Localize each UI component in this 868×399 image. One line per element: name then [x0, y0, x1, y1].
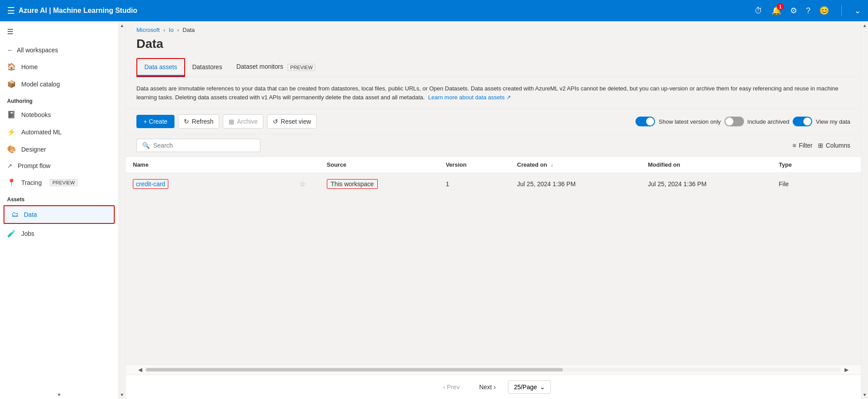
- show-latest-toggle[interactable]: [636, 117, 655, 126]
- breadcrumb-io[interactable]: Io: [169, 27, 174, 33]
- col-header-type: Type: [772, 157, 861, 173]
- sidebar-nav: 🏠 Home 📦 Model catalog Authoring 📓 Noteb…: [0, 58, 118, 391]
- collapse-icon[interactable]: ⌄: [854, 6, 861, 16]
- archive-button[interactable]: ▦ Archive: [223, 114, 264, 129]
- data-table: Name Source Version Created on: [126, 157, 861, 196]
- sidebar-outer: ☰ ← All workspaces 🏠 Home 📦 Model catalo…: [0, 21, 126, 399]
- history-icon[interactable]: ⏱: [755, 6, 763, 16]
- table-row: credit-card ☆ This workspace 1 Jul 25, 2…: [126, 173, 861, 196]
- horizontal-scrollbar[interactable]: [146, 368, 841, 372]
- page-size-select[interactable]: 25/Page ⌄: [508, 380, 550, 394]
- search-section: 🔍 ≡ Filter ⊞ Columns: [126, 134, 861, 157]
- user-icon[interactable]: 😊: [819, 6, 829, 16]
- jobs-icon: 🧪: [7, 229, 16, 238]
- home-icon: 🏠: [7, 63, 16, 71]
- back-to-workspaces[interactable]: ← All workspaces: [0, 42, 118, 58]
- search-icon: 🔍: [142, 142, 150, 149]
- sidebar-item-automated-ml[interactable]: ⚡ Automated ML: [0, 123, 118, 141]
- sidebar: ☰ ← All workspaces 🏠 Home 📦 Model catalo…: [0, 21, 119, 399]
- sidebar-item-notebooks[interactable]: 📓 Notebooks: [0, 106, 118, 123]
- scroll-up-arrow[interactable]: ▲: [863, 23, 867, 28]
- view-my-data-toggle[interactable]: [793, 117, 812, 126]
- table-container: Name Source Version Created on: [126, 157, 861, 364]
- tab-dataset-monitors[interactable]: Dataset monitors PREVIEW: [229, 59, 322, 76]
- breadcrumb-data: Data: [182, 27, 194, 33]
- sidebar-item-jobs[interactable]: 🧪 Jobs: [0, 225, 118, 242]
- top-navigation: ☰ Azure AI | Machine Learning Studio ⏱ 🔔…: [0, 0, 868, 21]
- prev-chevron-icon: ‹: [443, 383, 445, 391]
- hamburger-icon[interactable]: ☰: [7, 5, 15, 16]
- data-assets-tab-wrapper: Data assets: [136, 58, 185, 77]
- refresh-button[interactable]: ↻ Refresh: [178, 114, 219, 129]
- sidebar-label-automated-ml: Automated ML: [21, 129, 62, 136]
- search-input[interactable]: [153, 142, 255, 149]
- settings-icon[interactable]: ⚙: [790, 6, 797, 16]
- sidebar-label-data: Data: [24, 211, 37, 218]
- hamburger-button[interactable]: ☰: [0, 21, 118, 42]
- notification-icon[interactable]: 🔔 1: [771, 6, 781, 16]
- credit-card-link[interactable]: credit-card: [136, 180, 165, 188]
- tracing-preview-badge: PREVIEW: [50, 179, 78, 186]
- dataset-monitors-preview-badge: PREVIEW: [287, 64, 315, 71]
- data-item-wrapper: 🗂 Data: [4, 205, 115, 224]
- toolbar: + Create ↻ Refresh ▦ Archive ↺ Reset vie…: [126, 109, 861, 134]
- scrollbar-thumb: [146, 368, 563, 372]
- learn-more-link[interactable]: Learn more about data assets ↗: [428, 94, 511, 101]
- create-button[interactable]: + Create: [136, 115, 174, 128]
- sidebar-label-jobs: Jobs: [21, 230, 35, 237]
- scroll-left-button[interactable]: ◀: [136, 367, 144, 373]
- breadcrumb-sep-1: ›: [163, 27, 165, 33]
- app-title: Azure AI | Machine Learning Studio: [19, 7, 137, 15]
- search-actions: ≡ Filter ⊞ Columns: [792, 142, 850, 149]
- col-header-source: Source: [320, 157, 439, 173]
- row-source-cell: This workspace: [320, 173, 439, 196]
- search-bar[interactable]: 🔍: [136, 139, 260, 152]
- tabs-bar: Data assets Datastores Dataset monitors …: [126, 58, 861, 77]
- star-icon[interactable]: ☆: [299, 180, 306, 188]
- next-button[interactable]: Next ›: [472, 381, 503, 393]
- filter-icon: ≡: [792, 142, 796, 149]
- scroll-down-arrow[interactable]: ▼: [863, 392, 867, 397]
- sidebar-label-tracing: Tracing: [21, 179, 42, 186]
- breadcrumb-microsoft[interactable]: Microsoft: [136, 27, 160, 33]
- data-icon: 🗂: [12, 211, 19, 219]
- sidebar-item-home[interactable]: 🏠 Home: [0, 58, 118, 75]
- breadcrumb-sep-2: ›: [177, 27, 179, 33]
- right-scroll-strip: ▲ ▼: [861, 21, 868, 399]
- row-version-cell: 1: [438, 173, 510, 196]
- help-icon[interactable]: ?: [806, 6, 810, 16]
- back-label: All workspaces: [17, 47, 58, 54]
- scroll-right-button[interactable]: ▶: [843, 367, 850, 373]
- sidebar-label-prompt-flow: Prompt flow: [18, 162, 50, 169]
- view-my-data-label: View my data: [816, 118, 850, 125]
- next-chevron-icon: ›: [494, 383, 496, 391]
- sidebar-item-designer[interactable]: 🎨 Designer: [0, 141, 118, 158]
- row-name-cell: credit-card: [126, 173, 292, 196]
- toggle-group: Show latest version only Include archive…: [636, 117, 850, 126]
- sidebar-label-model-catalog: Model catalog: [21, 81, 60, 88]
- pagination: ‹ Prev Next › 25/Page ⌄: [126, 375, 861, 399]
- sidebar-item-prompt-flow[interactable]: ↗ Prompt flow: [0, 158, 118, 174]
- row-created-cell: Jul 25, 2024 1:36 PM: [510, 173, 641, 196]
- sidebar-scroll-down[interactable]: ▼: [0, 391, 118, 399]
- assets-section-label: Assets: [0, 191, 118, 204]
- sidebar-item-model-catalog[interactable]: 📦 Model catalog: [0, 75, 118, 93]
- source-badge: This workspace: [327, 179, 378, 189]
- menu-icon: ☰: [7, 27, 13, 36]
- columns-icon: ⊞: [818, 142, 823, 149]
- filter-button[interactable]: ≡ Filter: [792, 142, 812, 149]
- sidebar-item-data[interactable]: 🗂 Data: [4, 206, 114, 223]
- sort-icon: ↓: [550, 162, 553, 168]
- tab-datastores[interactable]: Datastores: [185, 59, 229, 76]
- tracing-icon: 📍: [7, 178, 16, 187]
- include-archived-toggle[interactable]: [725, 117, 744, 126]
- notebooks-icon: 📓: [7, 110, 16, 119]
- tab-data-assets[interactable]: Data assets: [137, 59, 184, 76]
- notification-badge: 1: [777, 3, 784, 10]
- columns-button[interactable]: ⊞ Columns: [818, 142, 850, 149]
- sidebar-item-tracing[interactable]: 📍 Tracing PREVIEW: [0, 174, 118, 191]
- top-nav-icons: ⏱ 🔔 1 ⚙ ? 😊 ⌄: [755, 5, 861, 16]
- page-size-chevron-icon: ⌄: [540, 383, 545, 391]
- reset-view-button[interactable]: ↺ Reset view: [267, 114, 317, 129]
- back-arrow-icon: ←: [7, 47, 13, 54]
